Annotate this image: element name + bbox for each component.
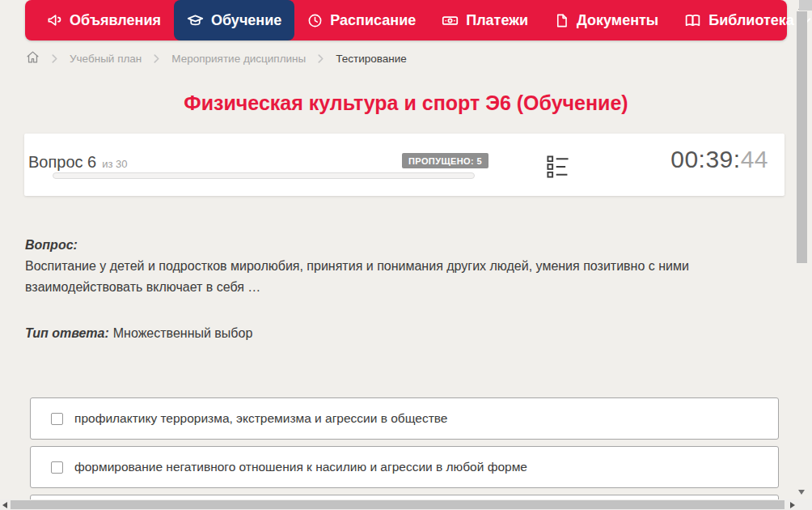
chevron-right-icon [316,54,325,63]
chevron-right-icon [152,54,161,63]
breadcrumb-item-discipline-event[interactable]: Мероприятие дисциплины [171,53,306,65]
nav-item-education[interactable]: Обучение [174,0,294,40]
answer-checkbox[interactable] [51,461,63,474]
nav-item-label: Документы [577,12,658,29]
question-list-button[interactable] [543,152,573,181]
answer-option-label: профилактику терроризма, экстремизма и а… [74,411,447,426]
answer-checkbox[interactable] [51,413,63,425]
graduation-cap-icon [187,12,204,29]
main-nav: Объявления Обучение Расписание Платежи Д… [25,0,787,40]
question-text: Воспитание у детей и подростков миролюби… [25,256,769,298]
answer-type-line: Тип ответа:Множественный выбор [25,326,252,341]
scroll-left-arrow-icon[interactable] [2,502,7,508]
timer-hours-minutes: 00:39: [670,146,740,172]
book-icon [684,12,701,29]
banknote-icon [442,12,459,29]
megaphone-icon [46,12,62,28]
nav-item-documents[interactable]: Документы [541,0,671,40]
nav-item-label: Объявления [70,12,161,29]
scroll-right-arrow-icon[interactable] [790,502,795,508]
answer-option-label: формирование негативного отношения к нас… [74,460,527,474]
question-number: Вопрос 6из 30 [28,153,128,172]
vertical-scrollbar-thumb[interactable] [797,11,807,263]
answer-type-value: Множественный выбор [113,326,253,340]
nav-item-label: Библиотека [708,12,794,29]
nav-item-library[interactable]: Библиотека [671,0,812,40]
vertical-scrollbar[interactable] [797,0,807,499]
horizontal-scrollbar[interactable] [0,499,812,510]
scroll-down-arrow-icon[interactable] [798,490,805,495]
list-icon [546,170,570,182]
timer: 00:39:44 [662,146,768,173]
page-title: Физическая культура и спорт Э6 (Обучение… [0,91,812,115]
clock-icon [307,13,323,28]
nav-item-label: Расписание [330,12,416,29]
answer-type-label: Тип ответа: [25,326,109,340]
home-icon [26,54,40,66]
breadcrumb-home[interactable] [26,50,40,66]
question-prefix: Вопрос: [25,235,769,256]
progress-bar [53,172,475,179]
breadcrumb-item-testing: Тестирование [336,53,407,65]
question-block: Вопрос: Воспитание у детей и подростков … [25,235,769,298]
app-screen: Объявления Обучение Расписание Платежи Д… [0,0,812,510]
scrollbar-corner [799,0,812,11]
nav-item-label: Платежи [466,12,528,29]
breadcrumb: Учебный план Мероприятие дисциплины Тест… [26,49,407,67]
question-total: из 30 [102,158,127,170]
timer-seconds: 44 [741,146,768,172]
nav-item-announcements[interactable]: Объявления [33,0,174,40]
nav-item-schedule[interactable]: Расписание [294,0,429,40]
answer-options: профилактику терроризма, экстремизма и а… [30,397,779,510]
answer-option[interactable]: профилактику терроризма, экстремизма и а… [30,397,779,440]
document-icon [554,13,569,28]
breadcrumb-item-curriculum[interactable]: Учебный план [70,53,142,65]
skipped-badge: ПРОПУЩЕНО: 5 [402,153,488,168]
answer-option[interactable]: формирование негативного отношения к нас… [30,446,779,488]
nav-item-label: Обучение [211,12,281,29]
nav-item-payments[interactable]: Платежи [429,0,541,40]
horizontal-scrollbar-thumb[interactable] [11,500,785,509]
chevron-right-icon [50,54,59,63]
